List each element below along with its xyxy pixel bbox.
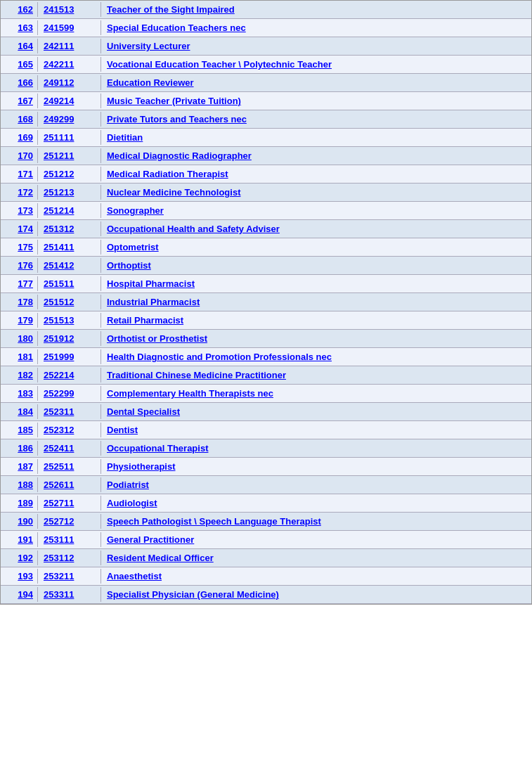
row-number[interactable]: 193: [1, 569, 37, 584]
row-number[interactable]: 194: [1, 587, 37, 602]
occupation-code[interactable]: 251511: [37, 276, 100, 291]
row-number[interactable]: 169: [1, 130, 37, 145]
row-number[interactable]: 185: [1, 423, 37, 437]
occupation-title[interactable]: Dietitian: [100, 130, 531, 145]
occupation-title[interactable]: Retail Pharmacist: [100, 313, 531, 328]
occupation-code[interactable]: 252311: [37, 404, 100, 419]
occupation-code[interactable]: 251213: [37, 185, 100, 200]
occupation-title[interactable]: Optometrist: [100, 240, 531, 255]
occupation-code[interactable]: 251412: [37, 258, 100, 273]
occupation-title[interactable]: Occupational Health and Safety Adviser: [100, 221, 531, 236]
row-number[interactable]: 166: [1, 75, 37, 90]
occupation-code[interactable]: 251411: [37, 240, 100, 255]
occupation-title[interactable]: Teacher of the Sight Impaired: [100, 2, 531, 17]
occupation-code[interactable]: 252411: [37, 441, 100, 456]
occupation-code[interactable]: 253311: [37, 587, 100, 602]
occupation-code[interactable]: 251312: [37, 221, 100, 236]
row-number[interactable]: 180: [1, 331, 37, 346]
occupation-title[interactable]: Nuclear Medicine Technologist: [100, 185, 531, 200]
occupation-code[interactable]: 252299: [37, 386, 100, 401]
occupation-code[interactable]: 251211: [37, 148, 100, 163]
occupation-title[interactable]: Vocational Education Teacher \ Polytechn…: [100, 57, 531, 72]
occupation-title[interactable]: Special Education Teachers nec: [100, 20, 531, 35]
occupation-code[interactable]: 241513: [37, 2, 100, 17]
occupation-code[interactable]: 251912: [37, 331, 100, 346]
occupation-title[interactable]: Private Tutors and Teachers nec: [100, 112, 531, 127]
occupation-code[interactable]: 249299: [37, 112, 100, 127]
occupation-code[interactable]: 251111: [37, 130, 100, 145]
occupation-title[interactable]: Orthoptist: [100, 258, 531, 273]
occupation-code[interactable]: 251212: [37, 167, 100, 181]
occupation-title[interactable]: University Lecturer: [100, 39, 531, 53]
row-number[interactable]: 164: [1, 39, 37, 53]
occupation-code[interactable]: 253112: [37, 551, 100, 565]
row-number[interactable]: 172: [1, 185, 37, 200]
occupation-code[interactable]: 249112: [37, 75, 100, 90]
occupation-title[interactable]: Dental Specialist: [100, 404, 531, 419]
row-number[interactable]: 186: [1, 441, 37, 456]
occupation-code[interactable]: 252711: [37, 496, 100, 510]
row-number[interactable]: 167: [1, 94, 37, 108]
occupation-code[interactable]: 252214: [37, 368, 100, 382]
occupation-code[interactable]: 252511: [37, 459, 100, 474]
occupation-code[interactable]: 251214: [37, 203, 100, 218]
row-number[interactable]: 187: [1, 459, 37, 474]
row-number[interactable]: 181: [1, 349, 37, 364]
row-number[interactable]: 173: [1, 203, 37, 218]
occupation-title[interactable]: Physiotherapist: [100, 459, 531, 474]
occupation-title[interactable]: Occupational Therapist: [100, 441, 531, 456]
occupation-code[interactable]: 253211: [37, 569, 100, 584]
occupation-title[interactable]: Resident Medical Officer: [100, 551, 531, 565]
row-number[interactable]: 163: [1, 20, 37, 35]
row-number[interactable]: 179: [1, 313, 37, 328]
occupation-code[interactable]: 241599: [37, 20, 100, 35]
occupation-title[interactable]: Medical Diagnostic Radiographer: [100, 148, 531, 163]
occupation-title[interactable]: Specialist Physician (General Medicine): [100, 587, 531, 602]
row-number[interactable]: 177: [1, 276, 37, 291]
row-number[interactable]: 162: [1, 2, 37, 17]
occupation-code[interactable]: 252611: [37, 477, 100, 492]
occupation-title[interactable]: General Practitioner: [100, 532, 531, 547]
row-number[interactable]: 170: [1, 148, 37, 163]
occupation-title[interactable]: Sonographer: [100, 203, 531, 218]
occupation-title[interactable]: Music Teacher (Private Tuition): [100, 94, 531, 108]
row-number[interactable]: 171: [1, 167, 37, 181]
occupation-title[interactable]: Traditional Chinese Medicine Practitione…: [100, 368, 531, 382]
row-number[interactable]: 175: [1, 240, 37, 255]
occupation-title[interactable]: Health Diagnostic and Promotion Professi…: [100, 349, 531, 364]
occupation-code[interactable]: 242111: [37, 39, 100, 53]
row-number[interactable]: 189: [1, 496, 37, 510]
row-number[interactable]: 191: [1, 532, 37, 547]
occupation-code[interactable]: 252312: [37, 423, 100, 437]
occupation-title[interactable]: Complementary Health Therapists nec: [100, 386, 531, 401]
occupation-title[interactable]: Dentist: [100, 423, 531, 437]
occupation-title[interactable]: Industrial Pharmacist: [100, 295, 531, 309]
row-number[interactable]: 182: [1, 368, 37, 382]
occupation-code[interactable]: 251513: [37, 313, 100, 328]
occupation-title[interactable]: Medical Radiation Therapist: [100, 167, 531, 181]
row-number[interactable]: 168: [1, 112, 37, 127]
occupation-title[interactable]: Audiologist: [100, 496, 531, 510]
occupation-title[interactable]: Speech Pathologist \ Speech Language The…: [100, 514, 531, 529]
table-row: 180251912Orthotist or Prosthetist: [1, 330, 531, 348]
occupation-title[interactable]: Orthotist or Prosthetist: [100, 331, 531, 346]
occupation-code[interactable]: 249214: [37, 94, 100, 108]
occupation-code[interactable]: 253111: [37, 532, 100, 547]
row-number[interactable]: 190: [1, 514, 37, 529]
occupation-title[interactable]: Education Reviewer: [100, 75, 531, 90]
occupation-title[interactable]: Anaesthetist: [100, 569, 531, 584]
row-number[interactable]: 174: [1, 221, 37, 236]
row-number[interactable]: 192: [1, 551, 37, 565]
occupation-code[interactable]: 251512: [37, 295, 100, 309]
row-number[interactable]: 176: [1, 258, 37, 273]
occupation-code[interactable]: 252712: [37, 514, 100, 529]
row-number[interactable]: 188: [1, 477, 37, 492]
occupation-title[interactable]: Hospital Pharmacist: [100, 276, 531, 291]
row-number[interactable]: 165: [1, 57, 37, 72]
occupation-title[interactable]: Podiatrist: [100, 477, 531, 492]
row-number[interactable]: 178: [1, 295, 37, 309]
row-number[interactable]: 184: [1, 404, 37, 419]
occupation-code[interactable]: 242211: [37, 57, 100, 72]
occupation-code[interactable]: 251999: [37, 349, 100, 364]
row-number[interactable]: 183: [1, 386, 37, 401]
